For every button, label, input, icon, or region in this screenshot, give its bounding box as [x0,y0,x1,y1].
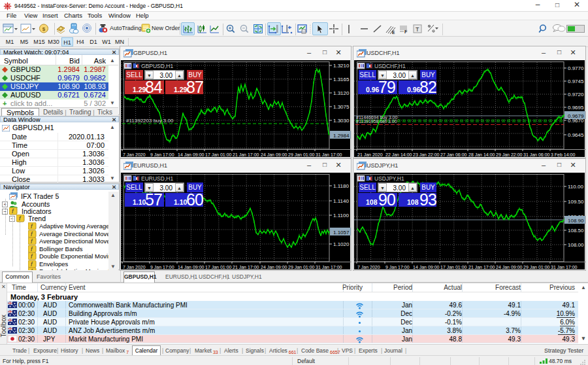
svg-text:21 Jan 17:00: 21 Jan 17:00 [233,265,259,269]
svg-text:29 Jan 01:00: 29 Jan 01:00 [288,265,315,269]
svg-text:1.1057: 1.1057 [333,230,350,235]
svg-text:0.9679: 0.9679 [568,113,584,119]
svg-text:110.00: 110.00 [568,184,583,190]
svg-text:21 Jan 17:00: 21 Jan 17:00 [468,265,495,269]
svg-text:9 Jan 17:00: 9 Jan 17:00 [150,152,174,157]
svg-text:#11391958 sell 3.00: #11391958 sell 3.00 [356,119,397,124]
svg-text:22 Jan 14:00: 22 Jan 14:00 [385,152,412,157]
svg-text:21 Jan 2020: 21 Jan 2020 [357,152,383,157]
svg-text:3 Feb 14:00: 3 Feb 14:00 [551,152,575,157]
svg-text:24 Jan 09:00: 24 Jan 09:00 [261,152,287,157]
svg-text:14 Jan 09:00: 14 Jan 09:00 [178,152,204,157]
svg-text:28 Jan 14:00: 28 Jan 14:00 [468,152,495,157]
svg-text:7 Jan 2020: 7 Jan 2020 [123,152,146,157]
svg-text:1.1020: 1.1020 [333,241,350,247]
svg-text:1.3210: 1.3210 [333,63,350,69]
svg-text:F: F [404,29,408,34]
svg-text:1.3165: 1.3165 [333,77,350,82]
svg-text:9 Jan 17:00: 9 Jan 17:00 [385,265,410,269]
svg-text:17 Jan 01:00: 17 Jan 01:00 [205,152,232,157]
svg-text:0.9720: 0.9720 [568,92,584,97]
svg-text:108.00: 108.00 [568,242,584,248]
svg-text:23 Jan 22:00: 23 Jan 22:00 [413,152,440,157]
svg-text:1.3075: 1.3075 [333,104,350,110]
svg-text:31 Jan 17:00: 31 Jan 17:00 [551,265,578,269]
svg-text:E: E [392,30,395,35]
svg-text:9 Jan 17:00: 9 Jan 17:00 [150,265,174,269]
svg-text:109.50: 109.50 [568,199,584,205]
svg-text:27 Jan 06:00: 27 Jan 06:00 [440,152,467,157]
svg-text:0.9645: 0.9645 [568,132,584,138]
svg-text:1.2984: 1.2984 [333,133,350,139]
svg-text:1.1180: 1.1180 [333,183,349,189]
svg-text:31 Jan 17:00: 31 Jan 17:00 [316,152,342,157]
svg-text:14 Jan 09:00: 14 Jan 09:00 [413,265,440,269]
svg-text:1.1140: 1.1140 [333,198,349,204]
svg-text:7 Jan 2020: 7 Jan 2020 [123,265,146,269]
svg-text:T: T [416,26,419,33]
svg-text:108.50: 108.50 [568,228,584,234]
svg-text:24 Jan 09:00: 24 Jan 09:00 [261,265,287,269]
svg-text:17 Jan 01:00: 17 Jan 01:00 [205,265,232,269]
svg-text:17 Jan 01:00: 17 Jan 01:00 [440,265,467,269]
svg-text:31 Jan 17:00: 31 Jan 17:00 [316,265,342,269]
svg-text:21 Jan 17:00: 21 Jan 17:00 [233,152,259,157]
svg-text:24 Jan 09:00: 24 Jan 09:00 [496,265,523,269]
svg-text:31 Jan 06:00: 31 Jan 06:00 [523,152,550,157]
svg-text:#11392203 buy 3.00: #11392203 buy 3.00 [126,118,174,124]
svg-text:0.9695: 0.9695 [568,105,584,111]
svg-text:7 Jan 2020: 7 Jan 2020 [357,265,380,269]
svg-text:1.3120: 1.3120 [333,90,350,96]
svg-text:0.9745: 0.9745 [568,78,584,84]
svg-text:0.9770: 0.9770 [568,65,584,71]
svg-text:1.3030: 1.3030 [333,118,350,124]
svg-text:29 Jan 22:00: 29 Jan 22:00 [496,152,523,157]
svg-text:29 Jan 01:00: 29 Jan 01:00 [523,265,550,269]
svg-text:108.90: 108.90 [568,218,584,224]
svg-text:1.1100: 1.1100 [333,213,349,218]
svg-text:14 Jan 09:00: 14 Jan 09:00 [178,265,204,269]
svg-text:29 Jan 01:00: 29 Jan 01:00 [288,152,315,157]
